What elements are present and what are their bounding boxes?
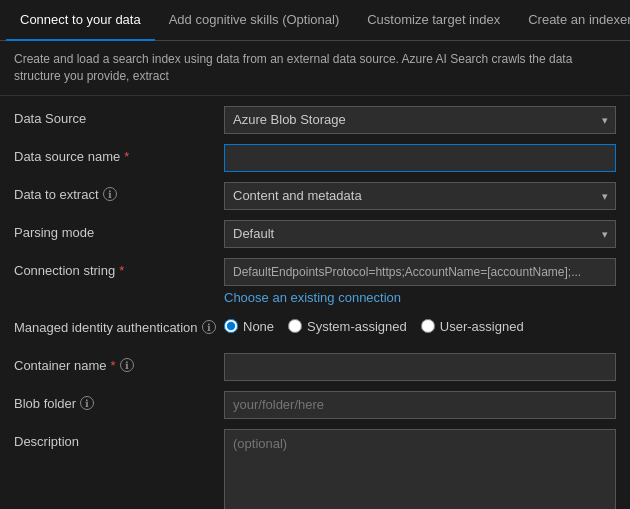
connection-string-label: Connection string * (14, 258, 224, 278)
radio-system-assigned-label: System-assigned (307, 319, 407, 334)
data-to-extract-row: Data to extract ℹ Content and metadata M… (14, 182, 616, 210)
blob-folder-row: Blob folder ℹ (14, 391, 616, 419)
description-field-label: Description (14, 429, 224, 449)
tab-target[interactable]: Customize target index (353, 0, 514, 40)
parsing-mode-row: Parsing mode Default Text JSON JSON Arra… (14, 220, 616, 248)
page-description: Create and load a search index using dat… (0, 41, 630, 96)
container-name-info-icon[interactable]: ℹ (120, 358, 134, 372)
form-container: Data Source Azure Blob Storage Azure Tab… (0, 96, 630, 509)
radio-none-label: None (243, 319, 274, 334)
choose-existing-connection-link[interactable]: Choose an existing connection (224, 290, 616, 305)
required-star: * (124, 149, 129, 164)
container-name-control (224, 353, 616, 381)
radio-user-assigned-input[interactable] (421, 319, 435, 333)
data-to-extract-info-icon[interactable]: ℹ (103, 187, 117, 201)
managed-identity-control: None System-assigned User-assigned (224, 315, 616, 334)
tab-connect[interactable]: Connect to your data (6, 0, 155, 41)
blob-folder-label: Blob folder ℹ (14, 391, 224, 411)
container-name-label: Container name * ℹ (14, 353, 224, 373)
connection-string-control: Choose an existing connection (224, 258, 616, 305)
data-source-name-label: Data source name * (14, 144, 224, 164)
data-source-control: Azure Blob Storage Azure Table Storage A… (224, 106, 616, 134)
connection-string-input[interactable] (224, 258, 616, 286)
parsing-mode-select-wrapper: Default Text JSON JSON Array ▾ (224, 220, 616, 248)
container-name-input[interactable] (224, 353, 616, 381)
container-name-required-star: * (111, 358, 116, 373)
tab-cognitive[interactable]: Add cognitive skills (Optional) (155, 0, 354, 40)
data-to-extract-label: Data to extract ℹ (14, 182, 224, 202)
radio-system-assigned[interactable]: System-assigned (288, 319, 407, 334)
managed-identity-info-icon[interactable]: ℹ (202, 320, 216, 334)
data-source-select-wrapper: Azure Blob Storage Azure Table Storage A… (224, 106, 616, 134)
parsing-mode-select[interactable]: Default Text JSON JSON Array (224, 220, 616, 248)
managed-identity-label: Managed identity authentication ℹ (14, 315, 224, 335)
parsing-mode-label: Parsing mode (14, 220, 224, 240)
data-source-name-control (224, 144, 616, 172)
description-row: Description (14, 429, 616, 509)
tabs-bar: Connect to your data Add cognitive skill… (0, 0, 630, 41)
connection-string-row: Connection string * Choose an existing c… (14, 258, 616, 305)
data-to-extract-select-wrapper: Content and metadata Metadata only Conte… (224, 182, 616, 210)
radio-user-assigned-label: User-assigned (440, 319, 524, 334)
radio-system-assigned-input[interactable] (288, 319, 302, 333)
radio-none-input[interactable] (224, 319, 238, 333)
radio-user-assigned[interactable]: User-assigned (421, 319, 524, 334)
blob-folder-info-icon[interactable]: ℹ (80, 396, 94, 410)
description-textarea[interactable] (224, 429, 616, 509)
container-name-row: Container name * ℹ (14, 353, 616, 381)
radio-none[interactable]: None (224, 319, 274, 334)
data-source-label: Data Source (14, 106, 224, 126)
blob-folder-input[interactable] (224, 391, 616, 419)
data-to-extract-select[interactable]: Content and metadata Metadata only Conte… (224, 182, 616, 210)
data-to-extract-control: Content and metadata Metadata only Conte… (224, 182, 616, 210)
connection-string-required-star: * (119, 263, 124, 278)
data-source-select[interactable]: Azure Blob Storage Azure Table Storage A… (224, 106, 616, 134)
data-source-row: Data Source Azure Blob Storage Azure Tab… (14, 106, 616, 134)
blob-folder-control (224, 391, 616, 419)
tab-indexer[interactable]: Create an indexer (514, 0, 630, 40)
data-source-name-row: Data source name * (14, 144, 616, 172)
managed-identity-radio-group: None System-assigned User-assigned (224, 315, 616, 334)
managed-identity-row: Managed identity authentication ℹ None S… (14, 315, 616, 343)
data-source-name-input[interactable] (224, 144, 616, 172)
parsing-mode-control: Default Text JSON JSON Array ▾ (224, 220, 616, 248)
description-control (224, 429, 616, 509)
